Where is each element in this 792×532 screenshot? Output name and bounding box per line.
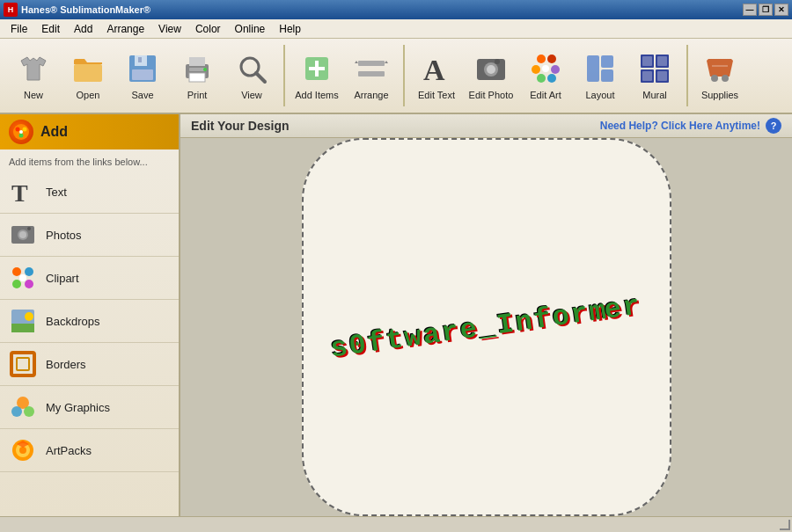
toolbar-mural-label: Mural bbox=[642, 90, 667, 100]
toolbar-mural[interactable]: Mural bbox=[628, 42, 681, 109]
toolbar-supplies[interactable]: Supplies bbox=[693, 42, 746, 109]
add-items-icon bbox=[299, 51, 334, 86]
sidebar-my-graphics-label: My Graphics bbox=[46, 401, 110, 414]
svg-rect-40 bbox=[642, 71, 652, 81]
svg-point-58 bbox=[19, 274, 26, 281]
sidebar-header: Add bbox=[0, 114, 179, 149]
sidebar-item-clipart[interactable]: Clipart bbox=[0, 257, 179, 300]
sidebar-item-backdrops[interactable]: Backdrops bbox=[0, 300, 179, 343]
svg-point-22 bbox=[487, 65, 495, 74]
edit-photo-icon bbox=[473, 51, 509, 86]
canvas-title: Edit Your Design bbox=[191, 119, 290, 133]
titlebar: H Hanes® SublimationMaker® — ❐ ✕ bbox=[0, 0, 792, 19]
titlebar-left: H Hanes® SublimationMaker® bbox=[4, 3, 150, 17]
arrange-icon bbox=[354, 51, 389, 86]
menu-file[interactable]: File bbox=[4, 21, 34, 37]
toolbar-view-label: View bbox=[241, 90, 262, 100]
toolbar-save-label: Save bbox=[131, 90, 153, 100]
menu-online[interactable]: Online bbox=[228, 21, 273, 37]
menu-color[interactable]: Color bbox=[188, 21, 228, 37]
folder-icon bbox=[70, 51, 106, 86]
toolbar-arrange[interactable]: Arrange bbox=[345, 42, 398, 109]
svg-rect-7 bbox=[189, 73, 205, 82]
sidebar-borders-label: Borders bbox=[46, 358, 86, 371]
svg-point-27 bbox=[551, 65, 560, 74]
my-graphics-icon bbox=[9, 393, 37, 421]
toolbar-add-items[interactable]: Add Items bbox=[290, 42, 343, 109]
svg-rect-63 bbox=[17, 358, 29, 370]
svg-rect-3 bbox=[132, 69, 153, 80]
menu-edit[interactable]: Edit bbox=[34, 21, 67, 37]
svg-point-29 bbox=[547, 74, 556, 83]
sidebar-item-my-graphics[interactable]: My Graphics bbox=[0, 386, 179, 429]
svg-rect-32 bbox=[601, 55, 613, 68]
svg-point-55 bbox=[25, 267, 33, 276]
svg-point-53 bbox=[27, 227, 31, 230]
clipart-icon bbox=[9, 264, 37, 292]
sidebar-artpacks-label: ArtPacks bbox=[46, 444, 92, 457]
mural-icon bbox=[637, 51, 672, 86]
toolbar-layout[interactable]: Layout bbox=[574, 42, 627, 109]
svg-rect-4 bbox=[138, 57, 142, 62]
menu-view[interactable]: View bbox=[151, 21, 188, 37]
toolbar-open[interactable]: Open bbox=[62, 42, 114, 109]
toolbar-print[interactable]: Print bbox=[171, 42, 224, 109]
menu-add[interactable]: Add bbox=[67, 21, 99, 37]
app-title: Hanes® SublimationMaker® bbox=[21, 4, 150, 15]
toolbar-edit-text-label: Edit Text bbox=[418, 90, 455, 100]
svg-point-56 bbox=[12, 280, 21, 288]
svg-rect-38 bbox=[642, 56, 652, 66]
toolbar-new-label: New bbox=[24, 90, 43, 100]
restore-button[interactable]: ❐ bbox=[759, 4, 773, 16]
sidebar-subtitle: Add items from the links below... bbox=[0, 149, 179, 171]
toolbar-edit-art[interactable]: Edit Art bbox=[519, 42, 572, 109]
svg-point-69 bbox=[19, 447, 26, 454]
help-link[interactable]: Need Help? Click Here Anytime! ? bbox=[600, 118, 781, 134]
minimize-button[interactable]: — bbox=[743, 4, 757, 16]
svg-marker-18 bbox=[385, 61, 388, 63]
svg-rect-60 bbox=[11, 324, 34, 332]
menu-help[interactable]: Help bbox=[272, 21, 308, 37]
toolbar-save[interactable]: Save bbox=[116, 42, 169, 109]
sidebar-item-artpacks[interactable]: ArtPacks bbox=[0, 429, 179, 472]
toolbar-edit-photo[interactable]: Edit Photo bbox=[465, 42, 517, 109]
svg-rect-8 bbox=[189, 68, 205, 71]
toolbar-edit-art-label: Edit Art bbox=[530, 90, 561, 100]
text-icon: T bbox=[9, 178, 37, 206]
sidebar-clipart-label: Clipart bbox=[46, 272, 79, 285]
toolbar-edit-text[interactable]: A Edit Text bbox=[410, 42, 463, 109]
sidebar-photos-label: Photos bbox=[46, 229, 81, 242]
sidebar-item-borders[interactable]: Borders bbox=[0, 343, 179, 386]
svg-point-23 bbox=[495, 59, 500, 64]
menu-arrange[interactable]: Arrange bbox=[99, 21, 151, 37]
resize-handle[interactable] bbox=[780, 520, 790, 530]
sidebar: Add Add items from the links below... T … bbox=[0, 114, 180, 516]
help-icon: ? bbox=[766, 118, 781, 134]
svg-point-43 bbox=[722, 75, 729, 82]
sidebar-item-text[interactable]: T Text bbox=[0, 171, 179, 214]
svg-point-66 bbox=[24, 406, 34, 417]
design-canvas[interactable]: s0ftware_Informer bbox=[302, 138, 671, 516]
svg-rect-62 bbox=[11, 353, 34, 375]
svg-point-46 bbox=[23, 128, 27, 132]
toolbar-view[interactable]: View bbox=[225, 42, 278, 109]
main-area: Add Add items from the links below... T … bbox=[0, 114, 792, 516]
svg-point-54 bbox=[12, 267, 21, 276]
svg-point-65 bbox=[11, 406, 22, 417]
toolbar-sep1 bbox=[283, 45, 285, 106]
close-button[interactable]: ✕ bbox=[774, 4, 788, 16]
svg-point-45 bbox=[16, 128, 20, 132]
canvas-area: Edit Your Design Need Help? Click Here A… bbox=[180, 114, 792, 516]
svg-rect-33 bbox=[601, 69, 613, 82]
svg-point-42 bbox=[711, 75, 718, 82]
svg-point-30 bbox=[542, 65, 549, 72]
sidebar-item-photos[interactable]: Photos bbox=[0, 214, 179, 257]
svg-point-61 bbox=[25, 312, 33, 321]
menubar: File Edit Add Arrange View Color Online … bbox=[0, 19, 792, 39]
svg-marker-17 bbox=[355, 61, 358, 63]
svg-rect-41 bbox=[657, 71, 667, 81]
app-logo: H bbox=[4, 3, 18, 17]
toolbar-new[interactable]: New bbox=[7, 42, 60, 109]
watermark-text: s0ftware_Informer bbox=[328, 289, 643, 365]
toolbar-sep2 bbox=[403, 45, 405, 106]
